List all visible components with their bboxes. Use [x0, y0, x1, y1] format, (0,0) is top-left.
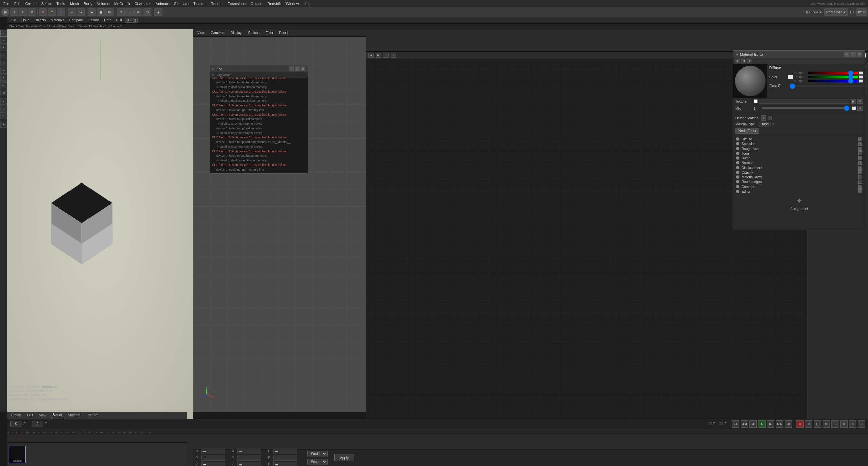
me-tb-btn2[interactable]: ◀: [741, 59, 746, 63]
toolbar-redo-btn[interactable]: ↪: [77, 8, 85, 16]
lsi-sculpt-btn[interactable]: ⌘: [0, 90, 7, 96]
menu-select[interactable]: Select: [39, 1, 54, 6]
me-texture-checkbox[interactable]: [754, 99, 758, 103]
me-texture-clear-btn[interactable]: ✕: [857, 99, 863, 104]
lsi-poly-btn[interactable]: △: [0, 60, 7, 66]
toolbar-x-btn[interactable]: X: [39, 8, 47, 16]
lsi-obj-btn[interactable]: □: [0, 53, 7, 59]
ne-add-btn[interactable]: +: [391, 53, 396, 58]
toolbar-z-btn[interactable]: Z: [57, 8, 65, 16]
st-objects[interactable]: Objects: [33, 18, 47, 22]
coord-yr-input[interactable]: [237, 455, 261, 461]
vp-view-btn[interactable]: View: [195, 31, 207, 35]
me-refresh-btn[interactable]: ↻: [761, 115, 766, 121]
apply-button[interactable]: Apply: [334, 454, 354, 461]
log-close-btn[interactable]: ✕: [301, 66, 305, 71]
lsi-spline-btn[interactable]: ∿: [0, 112, 7, 119]
tl-extra-btn[interactable]: ⊞: [849, 420, 856, 428]
me-layer-check-3[interactable]: [858, 151, 862, 155]
me-node-editor-btn[interactable]: Node Editor: [735, 128, 760, 134]
me-layer-check-6[interactable]: [858, 166, 862, 170]
menu-mograph[interactable]: MoGraph: [112, 1, 132, 6]
toolbar-light-btn[interactable]: ⊙: [134, 8, 142, 16]
me-layer-check-5[interactable]: [858, 161, 862, 165]
st-options[interactable]: Options: [86, 18, 101, 22]
toolbar-render-stop-btn[interactable]: ◼: [97, 8, 105, 16]
vp-filter-btn[interactable]: Filter: [263, 31, 275, 35]
lsi-select-btn[interactable]: ↖: [0, 30, 7, 37]
tl-next-frame-btn[interactable]: ▶: [767, 420, 774, 428]
tl-next-btn[interactable]: ▶▶: [776, 420, 783, 428]
coord-xr-input[interactable]: [237, 449, 261, 454]
toolbar-render-play-btn[interactable]: ▶: [88, 8, 96, 16]
toolbar-cube-btn[interactable]: □: [117, 8, 125, 16]
me-layer-check-0[interactable]: [858, 137, 862, 141]
coord-world-select[interactable]: World: [307, 451, 328, 457]
menu-animate[interactable]: Animate: [154, 1, 171, 6]
menu-create[interactable]: Create: [23, 1, 39, 6]
coord-x-input[interactable]: [201, 449, 225, 454]
me-close-btn[interactable]: ✕: [857, 52, 862, 57]
vp-display-btn[interactable]: Display: [229, 31, 244, 35]
me-layer-check-2[interactable]: [858, 147, 862, 151]
log-content[interactable]: Started logging on 18.02.21 19:20:37Octa…: [210, 78, 308, 173]
lsi-world-btn[interactable]: ⊛: [0, 98, 7, 105]
menu-window[interactable]: Window: [284, 1, 301, 6]
me-layer-check-8[interactable]: [858, 175, 862, 179]
me-layer-check-7[interactable]: [858, 170, 862, 174]
toolbar-y-btn[interactable]: Y: [48, 8, 56, 16]
menu-extensions[interactable]: Extensions: [225, 1, 248, 6]
tl-autokey-btn[interactable]: ⊕: [805, 420, 812, 428]
menu-render[interactable]: Render: [209, 1, 225, 6]
menu-mesh[interactable]: Mesh: [68, 1, 81, 6]
lsi-paint-btn[interactable]: ✏: [0, 82, 7, 89]
bottom-tab-texture[interactable]: Texture: [85, 413, 99, 418]
me-expand-btn[interactable]: [768, 116, 772, 120]
lsi-point-btn[interactable]: •: [0, 74, 7, 81]
bottom-tab-select[interactable]: Select: [51, 412, 63, 418]
toolbar-rotate-btn[interactable]: ↻: [19, 8, 27, 16]
menu-body[interactable]: Body: [82, 1, 94, 6]
toolbar-hdr-dropdown[interactable]: HDR SRGB ▼: [824, 8, 848, 16]
lsi-scene-btn[interactable]: ⊙: [0, 105, 7, 112]
tl-last-btn[interactable]: ⏭: [785, 420, 792, 428]
me-mix-slider[interactable]: [762, 107, 849, 109]
coord-h-input[interactable]: [273, 449, 297, 454]
menu-octane[interactable]: Octane: [249, 1, 264, 6]
menu-redshift[interactable]: Redshift: [265, 1, 283, 6]
lsi-move-btn[interactable]: ↔: [0, 37, 7, 44]
tl-play-btn[interactable]: ▶: [758, 420, 766, 428]
tl-record-btn[interactable]: ●: [796, 420, 804, 428]
tl-key-btn[interactable]: ⊙: [814, 420, 821, 428]
toolbar-sphere-btn[interactable]: ○: [125, 8, 134, 16]
toolbar-camera-btn[interactable]: ⊡: [143, 8, 151, 16]
me-texture-btn[interactable]: ▶: [851, 99, 856, 104]
main-viewport[interactable]: RTX 3070[DT(8.6] %95 55 Out-of-core used…: [7, 29, 193, 419]
menu-character[interactable]: Character: [133, 1, 153, 6]
tl-prev-frame-btn[interactable]: ◀: [749, 420, 757, 428]
menu-tools[interactable]: Tools: [54, 1, 67, 6]
lsi-edge-btn[interactable]: ⌐: [0, 67, 7, 74]
menu-help[interactable]: Help: [302, 1, 314, 6]
tl-prev-btn[interactable]: ◀◀: [741, 420, 748, 428]
vp-options-btn[interactable]: Options: [246, 31, 261, 35]
tl-motiontrack-btn[interactable]: ⊡: [831, 420, 839, 428]
menu-edit[interactable]: Edit: [12, 1, 23, 6]
toolbar-scale-btn[interactable]: ⊕: [28, 8, 36, 16]
bottom-tab-material[interactable]: Material: [67, 413, 82, 418]
tl-first-btn[interactable]: ⏮: [732, 420, 739, 428]
toolbar-material-btn[interactable]: ◈: [154, 8, 162, 16]
me-tb-btn3[interactable]: ▶: [747, 59, 752, 63]
bottom-tab-view[interactable]: View: [38, 413, 48, 418]
lsi-scale-btn[interactable]: ⊕: [0, 44, 7, 51]
me-float-slider[interactable]: [790, 85, 863, 87]
me-layer-check-9[interactable]: [858, 180, 862, 184]
coord-y-input[interactable]: [201, 455, 225, 461]
vp-cameras-btn[interactable]: Cameras: [209, 31, 227, 35]
me-color-swatch[interactable]: [788, 75, 793, 79]
me-minimize-btn[interactable]: −: [844, 52, 849, 57]
me-r-slider[interactable]: [808, 72, 858, 74]
me-tb-btn1[interactable]: ⊞: [735, 59, 740, 63]
st-cloud[interactable]: Cloud: [19, 18, 31, 22]
ne-back-btn[interactable]: ◀: [368, 53, 374, 58]
